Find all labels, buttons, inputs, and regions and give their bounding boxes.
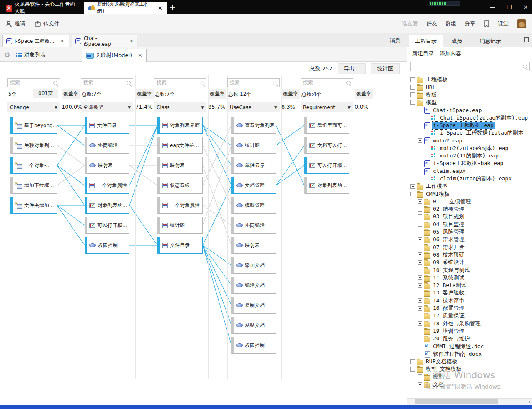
expand-icon[interactable] xyxy=(410,77,415,82)
expand-icon[interactable] xyxy=(418,245,422,249)
gear-icon[interactable]: ⚙ xyxy=(4,51,10,59)
tree-item[interactable]: claim.eapx xyxy=(418,167,466,175)
tree-item[interactable]: Chat-iSpace(zutao的副本).eap xyxy=(425,114,529,122)
type-filter-dropdown[interactable]: Requirement▼ xyxy=(301,102,353,112)
expand-icon[interactable] xyxy=(418,199,422,204)
chart-button[interactable]: 统计图 xyxy=(371,63,400,74)
tree-item[interactable]: 12 Beta测试 xyxy=(418,282,467,289)
tree-node[interactable]: 编辑文档 xyxy=(231,277,276,294)
tab-project-directory[interactable]: 工程目录 xyxy=(409,35,443,47)
invite-button[interactable]: 邀请 xyxy=(6,20,25,27)
expand-icon[interactable] xyxy=(410,85,415,90)
expand-icon[interactable] xyxy=(418,314,422,318)
collapse-icon[interactable] xyxy=(418,108,422,112)
tree-node[interactable]: 可以打开模... xyxy=(85,217,129,234)
close-tab-icon[interactable]: ✕ xyxy=(138,52,142,58)
tree-node[interactable]: 基于beyong... xyxy=(10,117,57,134)
expand-icon[interactable] xyxy=(418,382,422,387)
tree-item[interactable]: 软件过程指南.docx xyxy=(418,350,482,358)
classroom-button[interactable]: 课堂 xyxy=(498,20,509,27)
expand-icon[interactable] xyxy=(418,374,422,379)
tree-item[interactable]: 工作模型 xyxy=(410,182,448,190)
browser-tab-group[interactable]: 群组(火龙果浏览器工作组) ✕ xyxy=(84,2,167,14)
browser-tab-home[interactable]: 火 火龙果软件 - 关心工作者的实践 xyxy=(2,2,83,14)
expand-icon[interactable] xyxy=(418,230,422,234)
tree-node[interactable]: 文件夹增加... xyxy=(10,197,57,214)
bookmark-icon[interactable] xyxy=(484,20,490,27)
tree-item[interactable]: 08 技术预研 xyxy=(418,251,465,259)
tree-node[interactable]: 可以打开模... xyxy=(304,157,349,174)
tree-node[interactable]: 映射表 xyxy=(85,157,129,174)
expand-icon[interactable] xyxy=(418,237,422,242)
tree-item[interactable]: moto2(11的副本).eap xyxy=(425,152,500,160)
expand-icon[interactable] xyxy=(418,321,422,326)
collapse-icon[interactable] xyxy=(410,100,415,105)
tree-node[interactable]: 协同编辑 xyxy=(85,137,129,154)
tree-node[interactable]: 一个对象-... xyxy=(10,157,57,174)
expand-icon[interactable] xyxy=(418,260,422,265)
column-search-input[interactable]: 搜索 xyxy=(154,78,206,87)
tree-item[interactable]: 01 - 立项管理 xyxy=(418,198,472,205)
tree-node[interactable]: 查看对象列表 xyxy=(231,117,276,134)
expand-icon[interactable] xyxy=(418,306,422,311)
expand-icon[interactable] xyxy=(418,222,422,227)
export-button[interactable]: 导出... xyxy=(338,63,366,74)
expand-icon[interactable] xyxy=(418,298,422,303)
expand-icon[interactable] xyxy=(418,275,422,280)
tree-item[interactable]: 05 风险管理 xyxy=(418,228,465,236)
scroll-right-icon[interactable]: › xyxy=(529,399,530,404)
close-tab-icon[interactable]: ✕ xyxy=(129,38,134,44)
tree-item[interactable]: CMMI模板 xyxy=(410,190,450,198)
tree-node[interactable]: 对象列表界面 xyxy=(157,117,203,134)
tree-node[interactable]: 映射表 xyxy=(231,237,276,254)
tree-item[interactable]: RUP文档模板 xyxy=(410,358,458,365)
tree-node[interactable]: 统计图 xyxy=(231,137,276,154)
tree-search-input[interactable] xyxy=(410,62,530,71)
object-list-button[interactable]: 对象列表 xyxy=(16,51,46,59)
scrollbar-thumb[interactable] xyxy=(415,399,498,404)
tree-item[interactable]: 模型 xyxy=(410,99,438,106)
page-indicator[interactable]: 001页 xyxy=(33,89,58,98)
collapse-icon[interactable] xyxy=(410,367,415,372)
tree-item[interactable]: 02 结项管理 xyxy=(418,205,465,213)
tree-item[interactable]: 13 客户验收 xyxy=(418,289,465,297)
tree-item[interactable]: i-Space 工程数据.eap xyxy=(418,122,495,129)
tree-item[interactable]: 14 技术评审 xyxy=(418,297,465,304)
scroll-left-icon[interactable]: ‹ xyxy=(409,399,410,404)
tree-node[interactable]: 映射表 xyxy=(157,157,203,174)
tree-node[interactable]: 文件目录 xyxy=(85,117,129,134)
collapse-icon[interactable] xyxy=(410,192,415,196)
tree-item[interactable]: 11 系统测试 xyxy=(418,274,465,282)
column-search-input[interactable]: 搜索 xyxy=(7,78,60,87)
expand-icon[interactable] xyxy=(410,92,415,97)
tree-node[interactable]: 单独显示 xyxy=(231,157,276,174)
tree-node[interactable]: 文档管理 xyxy=(231,177,276,194)
tree-item[interactable]: 06 需求管理 xyxy=(418,236,465,243)
tree-item[interactable]: 18 外包与采购管理 xyxy=(418,320,481,327)
tree-node[interactable]: 群组里面可... xyxy=(304,117,349,134)
tree-node[interactable]: 对象列表的... xyxy=(304,177,349,194)
tree-item[interactable]: claim(zutao的副本).eapx xyxy=(425,175,512,182)
tree-node[interactable]: 增加下拉框... xyxy=(10,177,57,194)
tree-item[interactable]: 04 项目监控 xyxy=(418,221,465,228)
close-tab-icon[interactable]: ✕ xyxy=(158,5,162,11)
tree-node[interactable]: 复制文档 xyxy=(231,297,276,314)
expand-icon[interactable] xyxy=(418,207,422,212)
tree-node[interactable]: 文档可以打... xyxy=(304,137,349,154)
collapse-icon[interactable] xyxy=(418,169,422,173)
tree-node[interactable]: 状态看板 xyxy=(157,177,203,194)
type-filter-dropdown[interactable]: Class▼ xyxy=(154,102,206,112)
expand-icon[interactable] xyxy=(418,214,422,219)
expand-icon[interactable] xyxy=(418,283,422,288)
tree-item[interactable]: 工程模板 xyxy=(410,76,448,83)
messages-button[interactable]: 消息 xyxy=(390,37,400,45)
column-search-input[interactable]: 搜索 xyxy=(301,78,353,87)
close-tab-icon[interactable]: ✕ xyxy=(60,38,65,44)
tree-item[interactable]: URL xyxy=(410,83,436,91)
type-filter-dropdown[interactable]: 全部类型▼ xyxy=(81,102,133,112)
tab-message-history[interactable]: 消息记录 xyxy=(474,35,507,47)
tree-item[interactable]: 03 项目规划 xyxy=(418,213,465,220)
tree-node[interactable]: 文件目录 xyxy=(157,237,203,254)
tree-node[interactable]: 一个对象属性 xyxy=(85,177,129,194)
new-tab-button[interactable]: + xyxy=(169,2,176,12)
